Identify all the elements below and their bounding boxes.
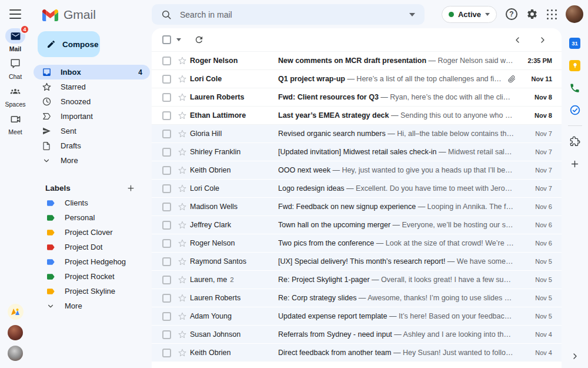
row-checkbox[interactable] <box>162 203 171 211</box>
row-checkbox[interactable] <box>162 130 171 138</box>
label-item-project-skyline[interactable]: Project Skyline <box>31 284 152 299</box>
sidebar-item-important[interactable]: Important <box>34 109 150 124</box>
email-row[interactable]: Ethan LattimoreLast year’s EMEA strategy… <box>152 107 562 125</box>
select-all-checkbox[interactable] <box>162 35 171 44</box>
row-star-icon[interactable] <box>175 293 190 303</box>
compose-button[interactable]: Compose <box>38 31 100 57</box>
row-checkbox[interactable] <box>162 221 171 230</box>
help-icon[interactable]: ? <box>506 8 517 20</box>
sidebar-item-more[interactable]: More <box>34 153 150 168</box>
status-selector[interactable]: Active <box>442 6 497 23</box>
label-item-clients[interactable]: Clients <box>31 195 152 210</box>
row-star-icon[interactable] <box>175 147 190 157</box>
label-item-project-hedgehog[interactable]: Project Hedgehog <box>31 254 152 269</box>
status-sticker-icon[interactable] <box>8 304 24 320</box>
row-star-icon[interactable] <box>175 74 190 84</box>
row-star-icon[interactable] <box>175 220 190 230</box>
email-row[interactable]: Lori ColeQ1 project wrap-up — Here’s a l… <box>152 70 562 88</box>
email-row[interactable]: Susan JohnsonReferrals from Sydney - nee… <box>152 326 562 344</box>
row-star-icon[interactable] <box>175 330 190 339</box>
rail-item-mail[interactable]: 4Mail <box>0 28 31 56</box>
create-label-icon[interactable] <box>126 184 135 193</box>
row-checkbox[interactable] <box>162 148 171 157</box>
row-star-icon[interactable] <box>175 311 190 321</box>
row-star-icon[interactable] <box>175 202 190 211</box>
side-panel-voice-icon[interactable] <box>562 77 588 99</box>
email-row[interactable]: Keith ObrienOOO next week — Hey, just wa… <box>152 161 562 180</box>
row-checkbox[interactable] <box>162 330 171 339</box>
email-row[interactable]: Adam YoungUpdated expense report templat… <box>152 307 562 326</box>
row-checkbox[interactable] <box>162 349 171 357</box>
row-checkbox[interactable] <box>162 184 171 193</box>
email-row[interactable]: Roger NelsonNew comments on MCR draft pr… <box>152 52 562 70</box>
email-row[interactable]: Shirley Franklin[Updated invitation] Mid… <box>152 143 562 161</box>
row-star-icon[interactable] <box>175 257 190 266</box>
row-star-icon[interactable] <box>175 238 190 248</box>
rail-item-meet[interactable]: Meet <box>0 111 31 139</box>
side-panel-addons-icon[interactable] <box>562 130 588 152</box>
row-star-icon[interactable] <box>175 348 190 357</box>
google-apps-icon[interactable] <box>547 9 557 19</box>
sidebar-item-inbox[interactable]: Inbox4 <box>34 65 150 79</box>
row-checkbox[interactable] <box>162 257 171 266</box>
label-item-project-rocket[interactable]: Project Rocket <box>31 269 152 284</box>
chat-contact-avatar[interactable] <box>8 346 23 361</box>
main-menu-icon[interactable] <box>8 7 23 21</box>
rail-item-label: Meet <box>8 128 22 135</box>
chat-contact-avatar[interactable] <box>8 325 23 340</box>
row-star-icon[interactable] <box>175 92 190 102</box>
rail-item-chat[interactable]: Chat <box>0 56 31 84</box>
older-page-icon[interactable] <box>538 35 547 45</box>
spaces-icon <box>9 85 21 97</box>
side-panel-keep-icon[interactable] <box>562 54 588 77</box>
row-checkbox[interactable] <box>162 312 171 321</box>
search-icon[interactable] <box>161 9 172 20</box>
row-checkbox[interactable] <box>162 239 171 248</box>
side-panel-calendar-icon[interactable]: 31 <box>562 32 588 54</box>
account-avatar[interactable] <box>566 5 583 23</box>
email-row[interactable]: Gloria HillRevised organic search number… <box>152 125 562 143</box>
rail-item-spaces[interactable]: Spaces <box>0 84 31 111</box>
email-row[interactable]: Lori ColeLogo redesign ideas — Excellent… <box>152 180 562 198</box>
row-star-icon[interactable] <box>175 184 190 193</box>
labels-more[interactable]: More <box>31 299 152 313</box>
row-star-icon[interactable] <box>175 129 190 138</box>
label-item-project-clover[interactable]: Project Clover <box>31 225 152 240</box>
newer-page-icon[interactable] <box>513 35 522 45</box>
row-checkbox[interactable] <box>162 166 171 175</box>
row-star-icon[interactable] <box>175 275 190 284</box>
row-checkbox[interactable] <box>162 93 171 102</box>
sidebar-item-sent[interactable]: Sent <box>34 124 150 138</box>
row-checkbox[interactable] <box>162 75 171 84</box>
sidebar-item-starred[interactable]: Starred <box>34 79 150 94</box>
search-bar[interactable] <box>152 4 425 25</box>
refresh-icon[interactable] <box>194 35 204 45</box>
settings-gear-icon[interactable] <box>526 8 538 20</box>
select-options-caret-icon[interactable] <box>176 38 181 41</box>
label-item-personal[interactable]: Personal <box>31 210 152 225</box>
email-row[interactable]: Lauren, me2Re: Project Skylight 1-pager … <box>152 271 562 289</box>
search-options-icon[interactable] <box>409 13 415 16</box>
label-item-project-dot[interactable]: Project Dot <box>31 240 152 254</box>
side-panel-expand-icon[interactable] <box>562 352 588 361</box>
row-checkbox[interactable] <box>162 57 171 65</box>
row-star-icon[interactable] <box>175 111 190 120</box>
email-row[interactable]: Madison WellsFwd: Feedback on new signup… <box>152 198 562 216</box>
row-date: Nov 6 <box>519 203 552 210</box>
email-row[interactable]: Lauren RobertsFwd: Client resources for … <box>152 88 562 107</box>
sidebar-item-snoozed[interactable]: Snoozed <box>34 94 150 109</box>
side-panel-add-icon[interactable] <box>562 152 588 175</box>
row-star-icon[interactable] <box>175 56 190 65</box>
side-panel-tasks-icon[interactable] <box>562 99 588 121</box>
row-checkbox[interactable] <box>162 276 171 284</box>
row-checkbox[interactable] <box>162 294 171 303</box>
sidebar-item-drafts[interactable]: Drafts <box>34 138 150 153</box>
email-row[interactable]: Raymond Santos[UX] Special delivery! Thi… <box>152 253 562 271</box>
search-input[interactable] <box>179 9 402 20</box>
email-row[interactable]: Jeffrey ClarkTown hall on the upcoming m… <box>152 216 562 234</box>
email-row[interactable]: Lauren RobertsRe: Corp strategy slides —… <box>152 289 562 307</box>
row-checkbox[interactable] <box>162 111 171 120</box>
row-star-icon[interactable] <box>175 165 190 175</box>
email-row[interactable]: Roger NelsonTwo pics from the conference… <box>152 234 562 253</box>
email-row[interactable]: Keith ObrienDirect feedback from another… <box>152 344 562 362</box>
